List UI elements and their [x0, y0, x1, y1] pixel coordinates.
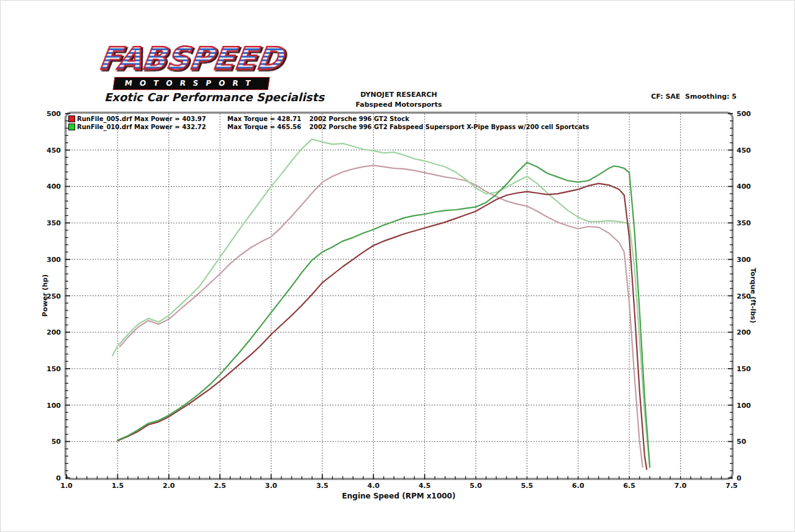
y-tick-label-right: 50	[737, 438, 754, 446]
stock-run-description: 2002 Porsche 996 GT2 Stock	[309, 115, 409, 122]
x-tick-label: 6.5	[623, 482, 635, 490]
curve-0	[120, 165, 643, 467]
curve-1	[112, 139, 650, 467]
x-tick-label: 7.0	[675, 482, 687, 490]
y-tick-label-right: 500	[737, 110, 754, 118]
dynojet-title: DYNOJET RESEARCH	[275, 91, 523, 99]
y-tick-label-left: 400	[43, 183, 61, 191]
y-tick-label-left: 300	[43, 256, 61, 264]
x-tick-label: 5.5	[520, 482, 533, 490]
y-tick-label-right: 0	[737, 474, 754, 482]
y-tick-label-left: 200	[43, 328, 61, 336]
y-tick-label-right: 450	[737, 147, 754, 155]
x-tick-label: 1.5	[111, 482, 124, 490]
y-tick-label-left: 0	[43, 474, 61, 482]
y-tick-label-right: 250	[737, 292, 754, 300]
y-tick-label-right: 300	[737, 256, 754, 264]
fabspeed-logo-wordmark: FABSPEED	[97, 41, 286, 77]
x-tick-label: 2.0	[163, 482, 175, 490]
x-tick-label: 3.0	[265, 482, 278, 490]
y-tick-label-left: 250	[43, 292, 61, 300]
x-tick-label: 6.0	[572, 482, 584, 490]
fabspeed-run-file-power: RunFile_010.drf Max Power = 432.72	[77, 124, 227, 130]
stock-run-file-power: RunFile_005.drf Max Power = 403.97	[77, 115, 227, 122]
correction-smoothing-label: CF: SAE Smoothing: 5	[651, 92, 737, 101]
fabspeed-logo: FABSPEED MOTORSPORT Exotic Car Performan…	[98, 38, 303, 104]
y-tick-label-left: 500	[43, 110, 61, 118]
dyno-chart-page: FABSPEED MOTORSPORT Exotic Car Performan…	[0, 0, 795, 532]
y-tick-label-left: 350	[43, 219, 61, 227]
chart-title-block: DYNOJET RESEARCH Fabspeed Motorsports	[275, 91, 523, 109]
x-tick-label: 1.0	[60, 482, 73, 490]
y-tick-label-left: 450	[43, 147, 61, 155]
y-tick-label-right: 350	[737, 219, 754, 227]
stock-run-swatch-icon	[68, 115, 75, 122]
stock-run-torque: Max Torque = 428.71	[227, 115, 309, 122]
x-tick-label: 4.5	[419, 482, 431, 490]
fabspeed-logo-motorsport-bar: MOTORSPORT	[113, 77, 270, 90]
shop-subtitle: Fabspeed Motorsports	[275, 101, 523, 109]
fabspeed-logo-tagline: Exotic Car Performance Specialists	[104, 91, 303, 104]
fabspeed-run-description: 2002 Porsche 996 GT2 Fabspeed Supersport…	[309, 124, 589, 130]
fabspeed-run-torque: Max Torque = 465.56	[227, 124, 309, 130]
x-tick-label: 7.5	[725, 482, 738, 490]
fabspeed-run-swatch-icon	[68, 124, 75, 130]
legend-row-stock: RunFile_005.drf Max Power = 403.97 Max T…	[68, 115, 589, 122]
curve-3	[117, 163, 650, 467]
x-tick-label: 3.5	[316, 482, 329, 490]
run-legend: RunFile_005.drf Max Power = 403.97 Max T…	[68, 115, 589, 131]
y-tick-label-left: 100	[43, 402, 61, 410]
legend-row-fabspeed: RunFile_010.drf Max Power = 432.72 Max T…	[68, 123, 589, 130]
x-tick-label: 4.0	[367, 482, 379, 490]
y-tick-label-right: 400	[737, 183, 754, 191]
x-tick-label: 5.0	[470, 482, 482, 490]
rpm-axis-title: Engine Speed (RPM x1000)	[342, 492, 456, 500]
y-tick-label-right: 150	[737, 365, 754, 373]
y-tick-label-right: 200	[737, 328, 754, 336]
x-tick-label: 2.5	[214, 482, 226, 490]
y-tick-label-left: 150	[43, 365, 61, 373]
y-tick-label-right: 100	[737, 402, 754, 410]
y-tick-label-left: 50	[43, 438, 61, 446]
